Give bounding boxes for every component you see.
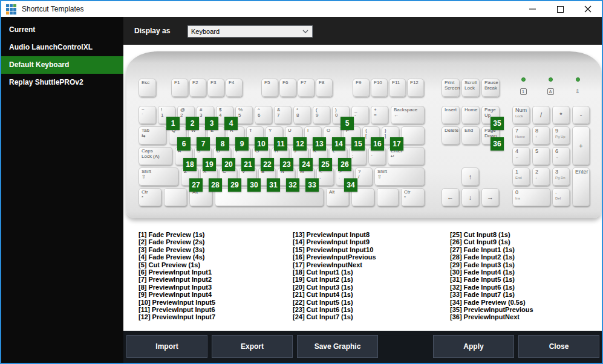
shortcut-badge-16: 16 <box>371 137 384 151</box>
maximize-button[interactable] <box>546 1 574 17</box>
key-blank: Ctr* <box>401 188 425 206</box>
close-button[interactable] <box>574 1 602 17</box>
key-label: F3 <box>207 79 224 85</box>
scroll-lock-led: ⇩ <box>573 77 582 96</box>
shortcut-badge-31: 31 <box>267 178 280 192</box>
key-sublabel: Del <box>552 195 570 201</box>
key-sublabel: 9 <box>313 112 330 118</box>
key-pg-up: 9Pg Up <box>552 126 570 145</box>
import-button[interactable]: Import <box>126 335 207 358</box>
logo-cell <box>13 8 16 11</box>
sidebar-item-audio-launchcontrolxl[interactable]: Audio LaunchControlXL <box>1 39 123 56</box>
footer-spacer <box>382 335 429 363</box>
key-sublabel: ; <box>349 154 367 159</box>
key-label: 0 <box>512 188 550 195</box>
legend-entry: [35] PreviewInputPrevious <box>450 306 533 313</box>
window-body: CurrentAudio LaunchControlXLDefault Keyb… <box>1 17 602 363</box>
key-label: 5 <box>532 147 550 154</box>
shortcut-legend: [1] Fade Preview (1s)[2] Fade Preview (2… <box>123 231 602 328</box>
shortcut-badge-28: 28 <box>209 178 222 192</box>
led-symbol: ⇩ <box>575 88 580 94</box>
key-end: End <box>461 126 480 145</box>
chevron-down-icon <box>302 30 308 33</box>
key-u: U12 <box>285 126 302 145</box>
legend-entry: [6] PreviewInput Input1 <box>139 268 215 276</box>
key-insert: Insert <box>442 106 460 124</box>
legend-entry: [25] Cut Input8 (1s) <box>450 231 533 238</box>
close-button[interactable]: Close <box>518 335 599 358</box>
key-blank: ↓ <box>461 188 479 206</box>
shortcut-badge-19: 19 <box>203 158 216 171</box>
key-label: 3 <box>552 167 570 175</box>
key-label: F8 <box>316 79 333 85</box>
legend-entry: [19] Cut Input2 (1s) <box>293 276 376 283</box>
shortcut-badge-22: 22 <box>261 158 274 171</box>
apply-button[interactable]: Apply <box>433 335 514 358</box>
key-label: 1 <box>512 167 530 175</box>
key-blank: 8↑ <box>532 126 550 145</box>
logo-cell <box>6 4 9 7</box>
key-label: % <box>235 106 253 112</box>
display-as-label: Display as <box>134 27 170 35</box>
display-as-select[interactable]: Keyboard <box>187 25 313 37</box>
shortcut-badge-3: 3 <box>205 117 218 130</box>
shortcut-badge-5: 5 <box>341 117 354 130</box>
shortcut-badge-17: 17 <box>390 137 403 151</box>
save-graphic-button[interactable]: Save Graphic <box>297 335 378 358</box>
key-blank: ?/ <box>355 167 373 186</box>
key-sublabel: ↵ <box>388 154 425 159</box>
key-label: F9 <box>353 79 370 85</box>
key-pg-dn: 3Pg Dn <box>552 167 570 186</box>
key-label: 7 <box>512 126 530 134</box>
content-area: EscF1F2F3F4F5F6F7F8F9F10F11F12PrintScree… <box>123 45 602 331</box>
legend-column-3: [25] Cut Input8 (1s)[26] Cut Input9 (1s)… <box>450 231 533 321</box>
key-label: 9 <box>552 126 570 134</box>
key-i: I13 <box>304 126 322 145</box>
logo-cell <box>13 4 16 7</box>
key-f7: F7 <box>298 79 315 97</box>
shortcut-badge-27: 27 <box>189 178 203 192</box>
key-sublabel: Lock <box>512 113 530 119</box>
key-label: Esc <box>139 79 156 85</box>
shortcut-badge-2: 2 <box>186 117 199 130</box>
key-f9: F9 <box>353 79 370 97</box>
key-blank: Shift⇧ <box>139 167 178 186</box>
key-f8: F8 <box>316 79 333 97</box>
shortcut-badge-15: 15 <box>351 137 365 151</box>
key-2: @22 <box>177 106 195 124</box>
titlebar: Shortcut Templates <box>1 1 602 17</box>
minimize-button[interactable] <box>518 1 546 17</box>
shortcut-badge-10: 10 <box>255 137 268 151</box>
key-label: # <box>197 106 214 112</box>
shortcut-badge-24: 24 <box>299 158 313 171</box>
key-blank: 4← <box>512 147 530 165</box>
shortcut-badge-20: 20 <box>222 158 235 171</box>
legend-entry: [1] Fade Preview (1s) <box>139 231 215 238</box>
key-sublabel: ↑ <box>532 134 550 139</box>
caps-lock-led: A <box>546 77 555 96</box>
key-sublabel: Ins <box>512 195 550 201</box>
led-symbol: 1 <box>520 88 527 95</box>
sidebar-item-replay-shuttleprov2[interactable]: Replay ShuttlePROv2 <box>1 74 123 91</box>
key-lock: ScrollLock <box>461 79 480 97</box>
minimize-icon <box>529 8 536 10</box>
key-delete: Delete <box>442 126 460 145</box>
key-label: Home <box>461 106 480 112</box>
key-sublabel: ⇧ <box>139 174 178 180</box>
sidebar-item-default-keyboard[interactable]: Default Keyboard <box>1 56 123 74</box>
key-label: } <box>382 126 399 133</box>
key-sublabel: ⇆ <box>139 133 166 138</box>
key-label: Ctr <box>139 188 161 195</box>
legend-entry: [27] Fade Input1 (1s) <box>450 246 533 253</box>
legend-entry: [20] Cut Input3 (1s) <box>293 284 376 291</box>
shortcut-badge-23: 23 <box>280 158 293 171</box>
shortcut-badge-25: 25 <box>319 158 332 171</box>
shortcut-badge-34: 34 <box>344 178 357 192</box>
key-9: (9 <box>313 106 330 124</box>
export-button[interactable]: Export <box>212 335 293 358</box>
sidebar-item-current[interactable]: Current <box>1 21 123 39</box>
key-enter: Enter <box>572 167 590 206</box>
window-controls <box>518 1 602 17</box>
key-blank: 2↓ <box>532 167 550 186</box>
key-label: Print <box>442 79 460 85</box>
